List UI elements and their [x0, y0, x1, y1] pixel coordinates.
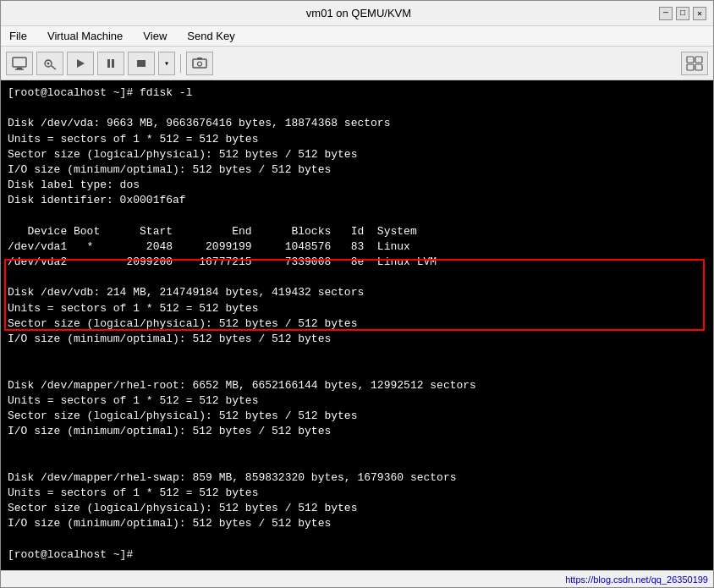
svg-rect-11 [197, 58, 202, 59]
svg-point-5 [47, 62, 50, 64]
svg-rect-0 [13, 58, 26, 67]
svg-rect-14 [695, 57, 702, 63]
svg-rect-9 [137, 60, 146, 67]
window-title: vm01 on QEMU/KVM [58, 7, 659, 19]
monitor-button[interactable] [6, 52, 33, 75]
menu-file[interactable]: File [4, 28, 32, 44]
menu-send-key[interactable]: Send Key [182, 28, 239, 44]
main-window: vm01 on QEMU/KVM ─ □ ✕ File Virtual Mach… [0, 0, 714, 588]
svg-rect-15 [687, 64, 694, 70]
display-settings-button[interactable] [681, 52, 708, 75]
window-controls: ─ □ ✕ [659, 7, 706, 20]
maximize-button[interactable]: □ [676, 7, 689, 20]
svg-rect-8 [112, 59, 114, 68]
toolbar-right [681, 52, 708, 75]
menubar: File Virtual Machine View Send Key [1, 26, 713, 47]
pause-button[interactable] [97, 52, 124, 75]
svg-point-12 [198, 62, 202, 66]
play-button[interactable] [67, 52, 94, 75]
svg-marker-6 [77, 59, 85, 68]
title-bar: vm01 on QEMU/KVM ─ □ ✕ [1, 1, 713, 26]
close-button[interactable]: ✕ [693, 7, 706, 20]
terminal[interactable]: [root@localhost ~]# fdisk -l Disk /dev/v… [1, 80, 713, 570]
status-url: https://blog.csdn.net/qq_26350199 [565, 574, 708, 585]
toolbar: ▾ [1, 47, 713, 80]
svg-line-4 [52, 65, 56, 69]
minimize-button[interactable]: ─ [659, 7, 673, 20]
svg-rect-13 [687, 57, 694, 63]
menu-virtual-machine[interactable]: Virtual Machine [42, 28, 128, 44]
svg-rect-16 [695, 64, 702, 70]
key-button[interactable] [36, 52, 63, 75]
terminal-output: [root@localhost ~]# fdisk -l Disk /dev/v… [8, 85, 706, 563]
menu-view[interactable]: View [138, 28, 172, 44]
stop-button[interactable] [128, 52, 155, 75]
toolbar-separator [180, 54, 181, 73]
toolbar-dropdown[interactable]: ▾ [158, 52, 175, 75]
screenshot-button[interactable] [186, 52, 213, 75]
status-bar: https://blog.csdn.net/qq_26350199 [1, 570, 713, 587]
svg-rect-7 [107, 59, 110, 68]
